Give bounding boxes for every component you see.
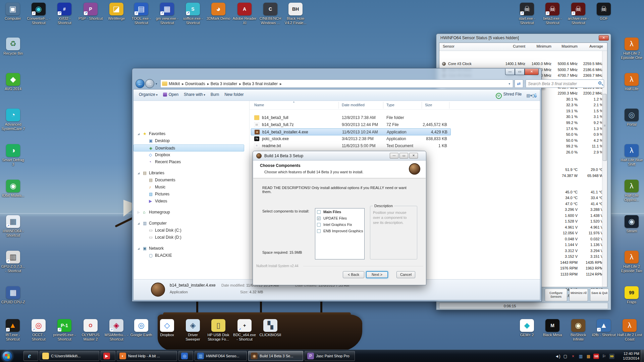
- column-header[interactable]: Size: [425, 103, 432, 107]
- taskbar-app-button[interactable]: ▶: [101, 351, 115, 361]
- tray-icon[interactable]: ◄): [555, 354, 560, 359]
- taskbar-app-button[interactable]: C:\Users\Miklkit\...: [40, 351, 99, 361]
- maximize-icon[interactable]: ▭: [399, 153, 408, 159]
- sidebar-item[interactable]: ◢ ▤ Libraries: [133, 170, 249, 177]
- search-box[interactable]: [526, 79, 604, 88]
- desktop-icon[interactable]: ◕ 3DMark Demo: [206, 3, 231, 21]
- checkbox[interactable]: [317, 210, 321, 214]
- column-separator[interactable]: [422, 102, 422, 109]
- component-option[interactable]: UPDATE Files: [315, 216, 364, 221]
- desktop-icon[interactable]: P-1 prime95.exe - Shortcut: [52, 319, 77, 342]
- component-option[interactable]: ENB Improved Graphics: [315, 228, 364, 234]
- expander-icon[interactable]: ◢: [138, 170, 140, 177]
- sidebar-item[interactable]: ▭ Local Disk (C:): [133, 227, 249, 234]
- expander-icon[interactable]: ▷: [138, 209, 140, 216]
- column-separator[interactable]: [449, 102, 449, 109]
- desktop-icon[interactable]: ◇ Dropbox: [155, 319, 179, 337]
- taskbar-clock[interactable]: 12:40 PM 1/23/2014: [623, 351, 639, 361]
- next-button[interactable]: Next >: [366, 271, 388, 278]
- sidebar-item[interactable]: ◈ Downloads: [133, 144, 244, 152]
- desktop-icon[interactable]: ◎ Google Earth: [129, 319, 154, 337]
- breadcrumb-segment[interactable]: Miklkit: [168, 81, 184, 86]
- desktop-icon[interactable]: ☠ archive.exe - Shortcut: [566, 3, 591, 25]
- file-row[interactable]: ≡ readme.txt 11/6/2013 5:00 PM Text Docu…: [251, 142, 539, 149]
- scrollbar-thumb[interactable]: [603, 94, 607, 161]
- desktop-icon[interactable]: # XVI32 - Shortcut: [52, 3, 77, 25]
- desktop-icon[interactable]: ◆ AVG 2014: [1, 73, 25, 91]
- sidebar-item[interactable]: ◢ ▣ Network: [133, 245, 249, 252]
- desktop-icon[interactable]: ☠ beta3.exe - Shortcut: [540, 3, 565, 25]
- component-option[interactable]: Intel Graphics Fix: [315, 222, 364, 228]
- back-button[interactable]: < Back: [343, 271, 364, 278]
- desktop-icon[interactable]: ☠ GOF: [591, 3, 616, 21]
- desktop-icon[interactable]: ▤ TOOL.exe - Shortcut: [129, 3, 154, 25]
- desktop-icon[interactable]: ◔ Advanced SystemCare 7: [1, 109, 25, 131]
- desktop-icon[interactable]: ▲ IBT.exe - Shortcut: [0, 319, 25, 342]
- desktop-icon[interactable]: ◎ OCCT - Shortcut: [26, 319, 51, 342]
- show-desktop-button[interactable]: [640, 350, 644, 362]
- tray-icon[interactable]: ×: [570, 354, 576, 359]
- desktop-icon[interactable]: ▯ HP USB Disk Storage Fo...: [206, 319, 231, 342]
- column-header[interactable]: Date modified: [342, 103, 365, 107]
- desktop-icon[interactable]: λ Half-Life 2 Lost Coast: [617, 319, 642, 342]
- desktop-icon[interactable]: ◉ BioShock Infinite: [566, 319, 591, 342]
- tray-icon[interactable]: ▢: [562, 354, 568, 359]
- minimize-icon[interactable]: —: [505, 69, 515, 75]
- desktop-icon[interactable]: C CINEBENCH Windows ...: [258, 3, 283, 25]
- sidebar-item[interactable]: ▭ Local Disk (D:): [133, 234, 249, 241]
- close-icon[interactable]: ✕: [409, 153, 418, 159]
- refresh-icon[interactable]: ⇄: [515, 79, 523, 88]
- hwinfo-action-button[interactable]: Save & Quit: [590, 289, 609, 301]
- sidebar-item[interactable]: ◢ ★ Favorites: [133, 130, 249, 137]
- hwinfo-action-button[interactable]: Configure Sensors: [545, 289, 567, 301]
- tray-icon[interactable]: ⚐: [601, 354, 607, 359]
- sidebar-item[interactable]: ▶ Videos: [133, 198, 249, 205]
- recent-pages-icon[interactable]: ▾: [156, 82, 157, 85]
- close-icon[interactable]: ✕: [525, 69, 539, 75]
- tray-icon[interactable]: 99: [609, 354, 614, 359]
- tray-icon[interactable]: SB: [593, 354, 599, 359]
- close-icon[interactable]: ✕: [599, 35, 609, 41]
- maximize-icon[interactable]: ▭: [515, 69, 525, 75]
- taskbar-app-button[interactable]: ◎: [178, 351, 193, 361]
- taskbar-app-button[interactable]: ◉ Build 14 Beta 3 Se...: [248, 351, 303, 361]
- toolbar-icon[interactable]: ?: [534, 94, 537, 98]
- hwinfo-column-header[interactable]: Current: [500, 44, 525, 48]
- address-bar[interactable]: MiklkitDownloadsBeta 3 installerBeta 3 f…: [160, 79, 513, 88]
- desktop-icon[interactable]: P PSP - Shortcut: [78, 3, 103, 21]
- toolbar-button[interactable]: Share with: [184, 92, 205, 97]
- desktop-icon[interactable]: ◆ GEM+ 2: [515, 319, 539, 337]
- breadcrumb-segment[interactable]: Beta 3 installer: [210, 81, 242, 86]
- desktop-icon[interactable]: ▦ gm view.exe - Shortcut: [155, 3, 179, 25]
- sidebar-item[interactable]: ▤ Documents: [133, 177, 249, 184]
- expander-icon[interactable]: ◢: [138, 245, 140, 252]
- toolbar-button[interactable]: New folder: [224, 92, 244, 97]
- desktop-icon[interactable]: ◪ WinMerge: [104, 3, 129, 21]
- checkbox[interactable]: [317, 229, 321, 233]
- desktop-icon[interactable]: 99 Fraps: [619, 286, 644, 304]
- tray-icon[interactable]: ▩: [586, 354, 591, 359]
- desktop-icon[interactable]: ♻ Recycle Bin: [1, 38, 25, 56]
- column-header[interactable]: Name: [254, 103, 264, 107]
- expander-icon[interactable]: ◢: [138, 130, 140, 137]
- desktop-icon[interactable]: λ Half-Life Opposi...: [619, 180, 644, 202]
- minimize-icon[interactable]: —: [390, 153, 398, 159]
- desktop-icon[interactable]: ◉ ConvertorF... - Shortcut: [26, 3, 51, 25]
- file-row[interactable]: ◉ b14_beta3_installer.4.exe 11/6/2013 10…: [251, 128, 451, 135]
- taskbar-app-button[interactable]: P Jasc Paint Shop Pro: [305, 351, 355, 361]
- column-separator[interactable]: [338, 102, 339, 109]
- desktop-icon[interactable]: ◉ IObit Malwa...: [1, 180, 25, 198]
- file-row[interactable]: b14_beta3_full 12/8/2013 7:38 AM File fo…: [251, 114, 539, 121]
- desktop-icon[interactable]: ▣ Computer: [0, 3, 25, 21]
- toolbar-button[interactable]: Burn: [211, 92, 219, 97]
- expander-icon[interactable]: ◢: [138, 220, 140, 227]
- desktop-icon[interactable]: λ Half-Life 2 Episode Two: [619, 251, 644, 273]
- desktop-icon[interactable]: ▦ HWiNFO64 - Shortcut: [1, 215, 25, 238]
- breadcrumb-segment[interactable]: Beta 3 final installer: [242, 81, 282, 86]
- desktop-icon[interactable]: λ Half-Life 2 Episode One: [619, 38, 644, 60]
- sidebar-item[interactable]: ▷ ⌂ Homegroup: [133, 209, 249, 216]
- toolbar-button[interactable]: Organize: [139, 92, 158, 97]
- desktop-icon[interactable]: O OLYMPUS Master 2: [78, 319, 103, 342]
- sidebar-item[interactable]: ◔ Recent Places: [133, 159, 249, 166]
- desktop-icon[interactable]: + BDC_x64.exe - Shortcut: [232, 319, 257, 342]
